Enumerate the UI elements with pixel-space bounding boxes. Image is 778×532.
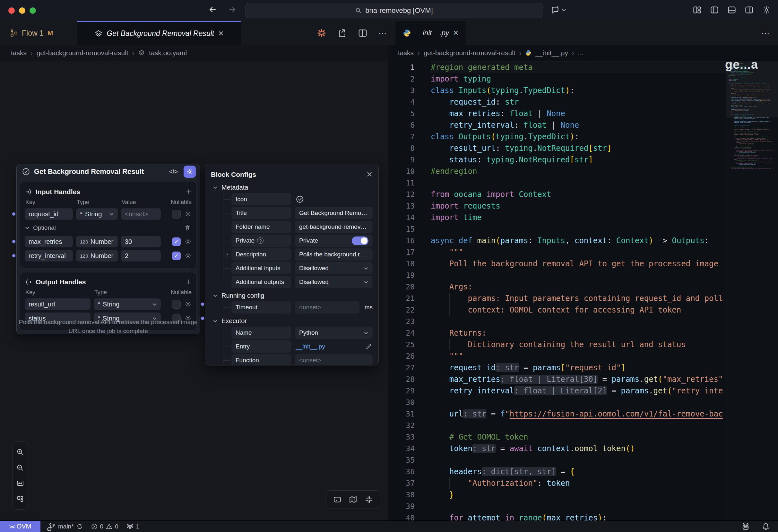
view-code-button[interactable]: </> xyxy=(169,168,178,175)
code-line[interactable]: 25 Dictionary containing the result_url … xyxy=(388,339,726,350)
output-handle-dot[interactable] xyxy=(200,301,205,307)
more-actions-button[interactable]: ⋯ xyxy=(378,27,388,39)
code-line[interactable]: 30 xyxy=(388,396,726,408)
code-line[interactable]: 34 token: str = await context.oomol_toke… xyxy=(388,443,726,454)
breadcrumb-item[interactable]: get-background-removal-result xyxy=(36,49,128,57)
code-line[interactable]: 10#endregion xyxy=(388,166,726,177)
code-line[interactable]: 11 xyxy=(388,177,726,189)
config-value[interactable]: Python xyxy=(295,327,373,339)
remote-indicator[interactable]: >< OVM xyxy=(0,521,41,532)
config-value[interactable]: <unset> xyxy=(295,354,373,365)
code-line[interactable]: 32 xyxy=(388,420,726,431)
maximize-window-button[interactable] xyxy=(29,7,36,14)
code-line[interactable]: 9 status: typing.NotRequired[str] xyxy=(388,154,726,166)
code-line[interactable]: 21 params: Input parameters containing r… xyxy=(388,293,726,304)
key-field[interactable]: max_retries xyxy=(25,236,73,247)
code-line[interactable]: 2import typing xyxy=(388,73,726,85)
layout-nodes-button[interactable] xyxy=(16,495,25,504)
config-value[interactable]: __init__.py xyxy=(295,340,373,353)
customize-layout-button[interactable] xyxy=(692,5,702,15)
code-line[interactable]: 24 Returns: xyxy=(388,327,726,339)
tab-task-active[interactable]: Get Background Removal Result ✕ xyxy=(77,21,241,45)
code-line[interactable]: 6 retry_interval: float | None xyxy=(388,119,726,131)
close-panel-button[interactable]: ✕ xyxy=(366,170,373,179)
ports-item[interactable]: 1 xyxy=(126,523,140,530)
key-field[interactable]: retry_interval xyxy=(25,250,73,262)
code-line[interactable]: 8 result_url: typing.NotRequired[str] xyxy=(388,143,726,154)
node-header[interactable]: Get Background Removal Result </> xyxy=(17,164,200,179)
share-button[interactable] xyxy=(337,27,347,38)
config-value[interactable]: Get Background Removal Result xyxy=(295,207,373,219)
config-value[interactable]: Disallowed xyxy=(295,276,373,288)
code-line[interactable]: 3class Inputs(typing.TypedDict): xyxy=(388,85,726,96)
forward-button[interactable] xyxy=(227,5,237,14)
zoom-in-button[interactable] xyxy=(16,448,25,457)
collapse-view-button[interactable] xyxy=(364,495,374,505)
settings-gear-button[interactable] xyxy=(761,5,772,15)
code-line[interactable]: 7class Outputs(typing.TypedDict): xyxy=(388,131,726,143)
config-value[interactable]: Disallowed xyxy=(295,262,373,274)
value-field[interactable]: 30 xyxy=(121,236,161,247)
toggle-panel-button[interactable] xyxy=(727,5,737,15)
input-handle-dot[interactable] xyxy=(11,211,16,216)
code-line[interactable]: 28 max_retries: float | Literal[30] = pa… xyxy=(388,373,726,385)
code-line[interactable]: 37 "Authorization": token xyxy=(388,477,726,489)
code-line[interactable]: 5 max_retries: float | None xyxy=(388,108,726,119)
code-line[interactable]: 39 xyxy=(388,501,726,512)
fit-view-button[interactable] xyxy=(16,479,25,488)
tab-flow-1[interactable]: Flow 1 M xyxy=(0,21,77,45)
code-line[interactable]: 38 } xyxy=(388,489,726,501)
code-line[interactable]: 40 for attempt in range(max_retries): xyxy=(388,512,726,520)
assistant-mascot-button[interactable] xyxy=(740,521,751,532)
row-settings-button[interactable] xyxy=(184,238,191,245)
code-line[interactable]: 29 retry_interval: float | Literal[2] = … xyxy=(388,385,726,396)
zoom-out-button[interactable] xyxy=(16,463,25,472)
nullable-checkbox[interactable] xyxy=(172,210,181,218)
ai-starburst-button[interactable] xyxy=(316,27,327,38)
optional-group-row[interactable]: Optional xyxy=(25,223,191,233)
code-line[interactable]: 12from oocana import Context xyxy=(388,189,726,200)
close-tab-button[interactable]: ✕ xyxy=(218,29,224,38)
row-settings-button[interactable] xyxy=(184,301,191,308)
code-line[interactable]: 31 url: str = f"https://fusion-api.oomol… xyxy=(388,408,726,420)
code-line[interactable]: 36 headers: dict[str, str] = { xyxy=(388,466,726,477)
config-value[interactable]: Private xyxy=(295,235,373,247)
more-editor-actions-button[interactable]: ⋯ xyxy=(761,28,770,38)
code-line[interactable]: 15 xyxy=(388,223,726,235)
close-window-button[interactable] xyxy=(8,7,15,14)
code-line[interactable]: 1#region generated meta xyxy=(388,62,726,73)
breadcrumb-item[interactable]: ... xyxy=(578,49,584,57)
type-select[interactable]: ❝String xyxy=(76,208,118,220)
code-line[interactable]: 20 Args: xyxy=(388,281,726,293)
split-editor-button[interactable] xyxy=(357,27,368,38)
code-line[interactable]: 18 Poll the background removal API to ge… xyxy=(388,258,726,270)
nullable-checkbox[interactable]: ✓ xyxy=(172,252,181,260)
value-field[interactable]: 2 xyxy=(121,250,161,262)
delete-optional-button[interactable] xyxy=(183,224,191,232)
type-select[interactable]: 123Number xyxy=(76,236,118,247)
node-settings-button[interactable] xyxy=(183,166,196,178)
expand-row-icon[interactable]: › xyxy=(224,251,230,257)
type-select[interactable]: ❝String xyxy=(94,298,161,310)
config-value[interactable]: get-background-removal-result xyxy=(295,221,373,233)
toggle-secondary-sidebar-button[interactable] xyxy=(744,5,754,15)
config-section-running-config[interactable]: Running config xyxy=(211,290,373,301)
input-handle-dot[interactable] xyxy=(11,239,16,244)
code-line[interactable]: 35 xyxy=(388,454,726,466)
code-line[interactable]: 33 # Get OOMOL token xyxy=(388,431,726,443)
code-line[interactable]: 4 request_id: str xyxy=(388,96,726,108)
add-input-button[interactable]: + xyxy=(186,187,191,197)
breadcrumb-item[interactable]: task.oo.yaml xyxy=(149,49,187,57)
type-select[interactable]: 123Number xyxy=(76,250,118,262)
minimize-window-button[interactable] xyxy=(19,7,25,14)
row-settings-button[interactable] xyxy=(184,252,191,259)
git-branch-item[interactable]: ✱ main* xyxy=(48,523,83,530)
node-card[interactable]: Get Background Removal Result </> Input … xyxy=(16,164,200,334)
code-line[interactable]: 14import time xyxy=(388,212,726,223)
key-field[interactable]: result_url xyxy=(25,298,90,310)
key-field[interactable]: request_id xyxy=(25,208,73,220)
config-section-executor[interactable]: Executor xyxy=(211,315,373,327)
code-lines[interactable]: 1#region generated meta2import typing3cl… xyxy=(388,62,726,520)
toggle-primary-sidebar-button[interactable] xyxy=(709,5,720,15)
private-toggle[interactable] xyxy=(352,237,369,245)
